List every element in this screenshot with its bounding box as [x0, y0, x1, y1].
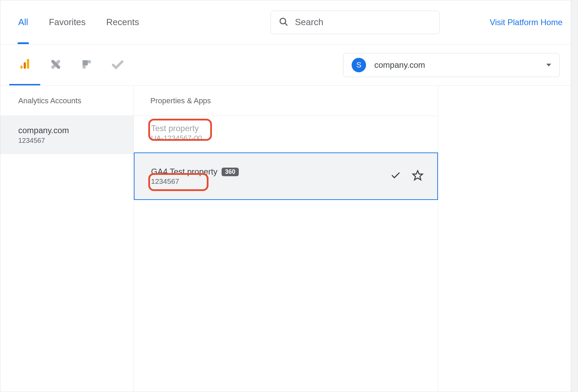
account-item[interactable]: company.com 1234567 — [0, 116, 133, 154]
visit-platform-home-link[interactable]: Visit Platform Home — [490, 18, 563, 27]
organization-dropdown[interactable]: S company.com — [343, 53, 560, 77]
search-icon — [278, 17, 289, 28]
tag-manager-icon — [50, 58, 62, 72]
product-tab-analytics[interactable] — [9, 44, 40, 85]
search-input[interactable] — [295, 17, 432, 28]
svg-rect-2 — [20, 65, 22, 69]
product-tab-optimize[interactable] — [71, 44, 102, 85]
svg-point-0 — [280, 18, 286, 24]
star-icon[interactable] — [412, 170, 424, 183]
org-name: company.com — [374, 60, 425, 70]
property-id: UA-1234567-00 — [151, 134, 421, 142]
account-name: company.com — [18, 126, 116, 135]
header-row: All Favorites Recents Visit Platform Hom… — [0, 0, 571, 44]
badge-360: 360 — [222, 168, 239, 176]
account-picker-panel: All Favorites Recents Visit Platform Hom… — [0, 0, 571, 392]
search-box[interactable] — [270, 11, 440, 34]
product-tab-surveys[interactable] — [102, 44, 133, 85]
product-tabs — [9, 44, 133, 85]
property-id: 1234567 — [151, 177, 421, 186]
surveys-icon — [111, 57, 125, 73]
properties-header: Properties & Apps — [134, 86, 438, 116]
check-icon — [390, 170, 401, 182]
property-name: Test property — [151, 124, 199, 133]
optimize-icon — [81, 58, 93, 72]
property-item-ga4[interactable]: GA4 Test property 360 1234567 — [134, 152, 438, 200]
property-name: GA4 Test property — [151, 167, 217, 177]
accounts-header: Analytics Accounts — [0, 86, 133, 116]
header-tabs: All Favorites Recents — [18, 0, 140, 44]
tab-recents[interactable]: Recents — [106, 0, 140, 44]
svg-rect-3 — [24, 62, 26, 68]
product-row: S company.com — [0, 44, 571, 86]
account-id: 1234567 — [18, 137, 116, 145]
tab-all[interactable]: All — [18, 0, 29, 44]
chevron-down-icon — [546, 64, 551, 66]
accounts-column: Analytics Accounts company.com 1234567 — [0, 86, 134, 392]
svg-line-1 — [285, 23, 288, 25]
properties-column: Properties & Apps Test property UA-12345… — [134, 86, 438, 392]
main-columns: Analytics Accounts company.com 1234567 P… — [0, 86, 571, 392]
property-item-ua[interactable]: Test property UA-1234567-00 — [134, 116, 438, 152]
product-tab-tag-manager[interactable] — [40, 44, 71, 85]
svg-marker-7 — [413, 171, 422, 180]
tab-favorites[interactable]: Favorites — [48, 0, 86, 44]
views-column — [438, 86, 571, 392]
svg-rect-4 — [27, 59, 29, 69]
org-avatar: S — [352, 58, 366, 72]
scrollbar[interactable] — [571, 0, 578, 392]
analytics-icon — [18, 58, 31, 72]
